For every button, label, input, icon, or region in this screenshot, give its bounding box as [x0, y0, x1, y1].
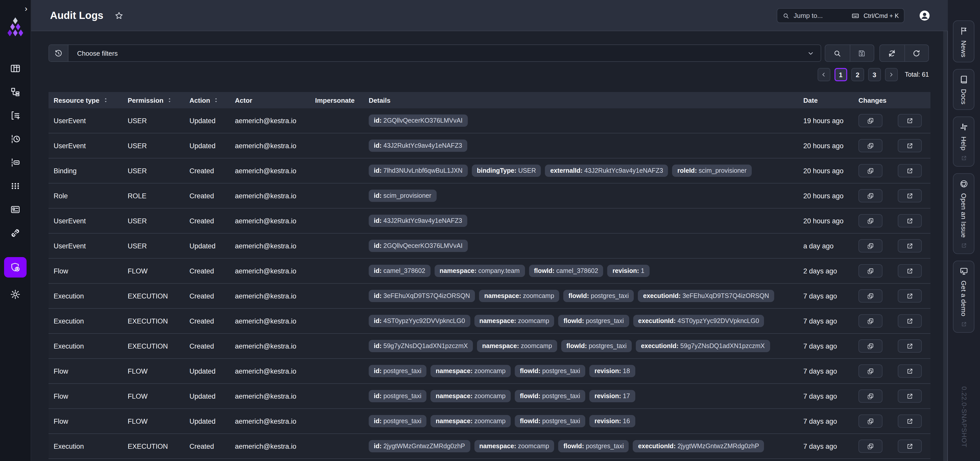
- changes-cell: [859, 339, 931, 353]
- gear-icon: [10, 289, 21, 300]
- open-detail-button[interactable]: [898, 189, 922, 203]
- actor-cell: aemerich@kestra.io: [235, 442, 315, 450]
- changes-diff-button[interactable]: [859, 214, 883, 227]
- vertical-scrollbar[interactable]: [943, 31, 948, 461]
- detail-badge: namespace: zoomcamp: [431, 415, 511, 427]
- rail-tab-help[interactable]: Help: [953, 116, 974, 167]
- next-page-button[interactable]: [885, 68, 897, 81]
- sort-icon[interactable]: [213, 97, 220, 103]
- diff-icon: [867, 317, 874, 325]
- kestra-logo-icon[interactable]: [6, 16, 25, 37]
- permission-cell: EXECUTION: [128, 292, 189, 300]
- changes-diff-button[interactable]: [859, 389, 883, 403]
- column-label: Actor: [235, 96, 252, 104]
- open-detail-button[interactable]: [898, 415, 922, 428]
- refresh-button[interactable]: [904, 45, 928, 61]
- auto-refresh-off-button[interactable]: [880, 45, 904, 61]
- date-cell: 20 hours ago: [803, 167, 859, 174]
- audit-log-row: FlowFLOWUpdatedaemerich@kestra.ioid: pos…: [49, 359, 931, 384]
- audit-logs-table: Resource typePermissionActionActorImpers…: [49, 92, 931, 459]
- changes-diff-button[interactable]: [859, 139, 883, 152]
- sidebar-item-administration[interactable]: [4, 257, 27, 278]
- sidebar-item-executions[interactable]: [4, 127, 27, 151]
- open-detail-button[interactable]: [898, 114, 922, 127]
- changes-diff-button[interactable]: [859, 415, 883, 428]
- page-button-2[interactable]: 2: [851, 68, 864, 81]
- plug-icon: [10, 227, 21, 239]
- rail-tab-label: News: [960, 40, 967, 57]
- sidebar-item-settings[interactable]: [4, 282, 27, 306]
- action-cell: Created: [189, 167, 235, 174]
- sidebar-item-flows[interactable]: [4, 80, 27, 104]
- rail-tab-news[interactable]: News: [953, 21, 974, 62]
- sidebar-item-plugins[interactable]: [4, 221, 27, 245]
- external-icon: [906, 217, 913, 225]
- detail-badge: namespace: zoomcamp: [474, 440, 554, 452]
- table-body: UserEventUSERUpdatedaemerich@kestra.ioid…: [49, 108, 931, 459]
- changes-diff-button[interactable]: [859, 114, 883, 127]
- open-detail-button[interactable]: [898, 214, 922, 227]
- search-button[interactable]: [825, 45, 850, 61]
- column-header-action[interactable]: Action: [189, 96, 235, 104]
- prev-page-button[interactable]: [817, 68, 830, 81]
- sidebar-expand-chevron-icon[interactable]: ›: [22, 4, 30, 13]
- changes-diff-button[interactable]: [859, 164, 883, 177]
- column-label: Impersonate: [315, 96, 355, 104]
- filters-input[interactable]: Choose filters: [49, 45, 821, 62]
- changes-diff-button[interactable]: [859, 239, 883, 252]
- user-avatar[interactable]: [918, 9, 931, 22]
- changes-diff-button[interactable]: [859, 339, 883, 353]
- page-button-3[interactable]: 3: [868, 68, 881, 81]
- column-header-permission[interactable]: Permission: [128, 96, 189, 104]
- favorite-star-icon[interactable]: [115, 11, 124, 21]
- action-cell: Updated: [189, 142, 235, 150]
- open-detail-button[interactable]: [898, 364, 922, 378]
- open-detail-button[interactable]: [898, 264, 922, 278]
- rail-tab-get-a-demo[interactable]: Get a demo: [953, 261, 974, 333]
- detail-badge: id: postgres_taxi: [369, 365, 426, 377]
- chevron-down-icon[interactable]: [800, 45, 821, 61]
- sidebar-item-blueprints[interactable]: [4, 198, 27, 221]
- right-rail-tabs: NewsDocsHelpOpen an IssueGet a demo: [953, 21, 974, 333]
- details-cell: id: postgres_taxinamespace: zoomcampflow…: [369, 365, 803, 377]
- changes-diff-button[interactable]: [859, 189, 883, 203]
- open-detail-button[interactable]: [898, 389, 922, 403]
- book-icon: [959, 75, 969, 85]
- diff-icon: [867, 292, 874, 300]
- changes-diff-button[interactable]: [859, 264, 883, 278]
- save-filter-button[interactable]: [850, 45, 874, 61]
- changes-diff-button[interactable]: [859, 440, 883, 453]
- open-detail-button[interactable]: [898, 314, 922, 328]
- sidebar-item-dashboard[interactable]: [4, 57, 27, 80]
- resource-type-cell: Execution: [54, 442, 128, 450]
- jump-to-search[interactable]: Jump to... Ctrl/Cmd + K: [777, 8, 904, 23]
- open-detail-button[interactable]: [898, 239, 922, 252]
- date-cell: a day ago: [803, 242, 859, 250]
- sidebar-item-apps[interactable]: [4, 174, 27, 198]
- open-detail-button[interactable]: [898, 139, 922, 152]
- sidebar-item-tests[interactable]: [4, 104, 27, 127]
- open-detail-button[interactable]: [898, 440, 922, 453]
- sidebar-item-logs[interactable]: [4, 151, 27, 174]
- changes-diff-button[interactable]: [859, 314, 883, 328]
- column-header-resource-type[interactable]: Resource type: [54, 96, 128, 104]
- rail-tab-docs[interactable]: Docs: [953, 69, 974, 110]
- detail-badge: id: 4ST0ypzYyc92DVVpkncLG0: [369, 315, 470, 327]
- changes-diff-button[interactable]: [859, 364, 883, 378]
- changes-diff-button[interactable]: [859, 289, 883, 303]
- filter-history-segment[interactable]: [49, 45, 68, 61]
- date-cell: 7 days ago: [803, 342, 859, 350]
- column-label: Action: [189, 96, 210, 104]
- diff-icon: [867, 342, 874, 350]
- audit-log-row: BindingUSERCreatedaemerich@kestra.ioid: …: [49, 158, 931, 183]
- sort-icon[interactable]: [102, 97, 108, 103]
- open-detail-button[interactable]: [898, 339, 922, 353]
- open-detail-button[interactable]: [898, 164, 922, 177]
- open-detail-button[interactable]: [898, 289, 922, 303]
- page-button-1[interactable]: 1: [834, 68, 847, 81]
- magnifier-icon: [833, 49, 842, 57]
- details-cell: id: 43J2RuktYc9av4y1eNAFZ3: [369, 140, 803, 152]
- rail-tab-open-an-issue[interactable]: Open an Issue: [953, 174, 974, 254]
- details-cell: id: 2GQllvQecerKO376LMVvAI: [369, 115, 803, 127]
- sort-icon[interactable]: [167, 97, 173, 103]
